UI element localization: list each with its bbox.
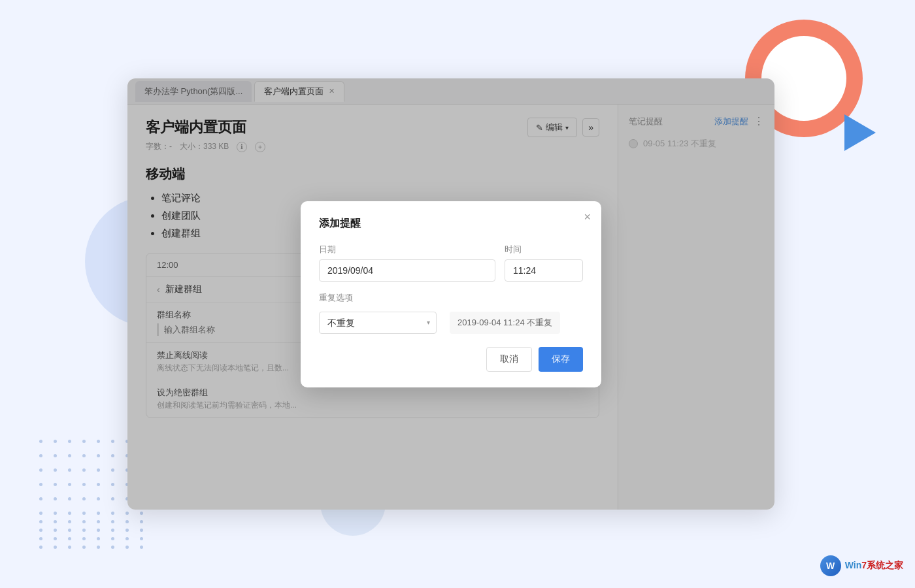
modal-overlay: × 添加提醒 日期 时间 重复选项 不重复: [127, 78, 774, 510]
dot: [111, 454, 114, 457]
dot: [54, 497, 57, 500]
dot: [111, 468, 114, 472]
date-group: 日期: [319, 244, 495, 282]
dot: [111, 440, 114, 443]
bg-decoration-arrow: [844, 114, 876, 151]
time-input[interactable]: [505, 259, 583, 282]
repeat-group: 重复选项 不重复 每天 每周 每月 每年 ▾ 2019-09-04 11:24 …: [319, 292, 583, 334]
dot: [54, 483, 57, 486]
modal-title: 添加提醒: [319, 217, 583, 231]
dot: [68, 454, 71, 457]
dot: [111, 497, 114, 500]
repeat-select[interactable]: 不重复 每天 每周 每月 每年: [319, 312, 437, 334]
dot: [97, 454, 100, 457]
dot: [97, 483, 100, 486]
modal-close-button[interactable]: ×: [584, 210, 591, 224]
repeat-preview: 2019-09-04 11:24 不重复: [450, 312, 560, 334]
modal-actions: 取消 保存: [319, 347, 583, 372]
add-reminder-modal: × 添加提醒 日期 时间 重复选项 不重复: [301, 201, 601, 387]
date-input[interactable]: [319, 259, 495, 282]
dot: [68, 440, 71, 443]
dot: [54, 454, 57, 457]
save-button[interactable]: 保存: [539, 347, 583, 372]
repeat-label: 重复选项: [319, 292, 583, 304]
dot: [39, 483, 42, 486]
branding-name: Win7系统之家: [845, 560, 903, 572]
repeat-select-wrapper: 不重复 每天 每周 每月 每年 ▾: [319, 312, 437, 334]
dot: [39, 454, 42, 457]
cancel-button[interactable]: 取消: [486, 347, 532, 372]
form-row-datetime: 日期 时间: [319, 244, 583, 282]
dot: [97, 468, 100, 472]
dot: [68, 497, 71, 500]
dot: [39, 440, 42, 443]
dot: [111, 483, 114, 486]
branding-logo: W: [820, 555, 841, 576]
dot: [68, 483, 71, 486]
time-label: 时间: [505, 244, 583, 255]
branding: W Win7系统之家: [820, 555, 903, 576]
dot: [54, 440, 57, 443]
dot: [82, 440, 86, 443]
time-group: 时间: [505, 244, 583, 282]
dot: [97, 440, 100, 443]
dot: [97, 497, 100, 500]
dot: [54, 468, 57, 472]
app-window: 笨办法学 Python(第四版... 客户端内置页面 ✕ 客户端内置页面 ✎ 编…: [127, 78, 774, 510]
dot: [39, 497, 42, 500]
dot: [82, 468, 86, 472]
dot: [82, 454, 86, 457]
dot: [82, 497, 86, 500]
dot: [82, 483, 86, 486]
dot: [39, 468, 42, 472]
date-label: 日期: [319, 244, 495, 255]
dot: [68, 468, 71, 472]
